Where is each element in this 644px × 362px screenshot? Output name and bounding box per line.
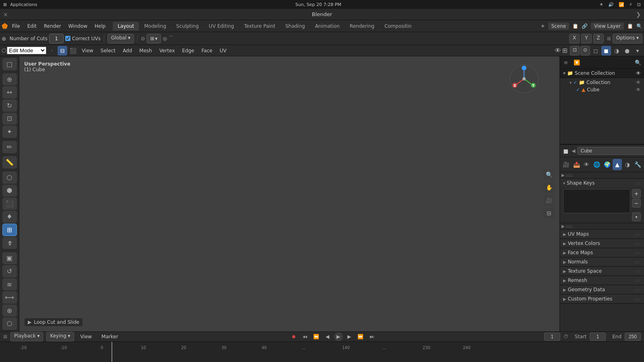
face-mode-btn[interactable]: ⬛ (68, 46, 78, 56)
material-props-icon[interactable]: ◑ (623, 159, 632, 170)
knife-btn[interactable]: 🗡 (2, 237, 17, 249)
z-btn[interactable]: Z (593, 34, 604, 43)
wireframe-btn[interactable]: ◻ (591, 46, 601, 56)
keying-btn[interactable]: Keying ▾ (46, 332, 74, 341)
tab-layout[interactable]: Layout (113, 22, 139, 31)
expand-all-btn-2[interactable]: ▶ ::::: (561, 224, 573, 228)
rotate-btn[interactable]: ↻ (2, 99, 17, 112)
scene-collection-eye[interactable]: 👁 (636, 70, 641, 76)
view-layer-props-icon[interactable]: 👁 (582, 159, 591, 170)
transform-btn[interactable]: ✦ (2, 125, 17, 138)
edge-mode-btn[interactable]: ⊟ (58, 46, 67, 56)
world-props-icon[interactable]: 🌍 (603, 159, 612, 170)
view-label[interactable]: View (78, 47, 96, 54)
jump-start-btn[interactable]: ⏮ (300, 332, 310, 341)
view-timeline-btn[interactable]: View (77, 333, 95, 341)
smooth-btn[interactable]: ≋ (2, 278, 17, 291)
jump-end-btn[interactable]: ⏭ (367, 332, 377, 341)
edge-slide-btn[interactable]: ⟷ (2, 291, 17, 304)
select-label[interactable]: Select (97, 47, 119, 54)
x-btn[interactable]: X (569, 34, 580, 43)
cube-checkbox[interactable]: ✓ (576, 87, 580, 93)
shading-options-btn[interactable]: ▾ (633, 46, 642, 56)
timeline-track[interactable]: -20 -10 0 10 20 30 40 ... 140 ... 230 24… (0, 342, 644, 362)
camera-btn[interactable]: 🎥 (543, 195, 555, 206)
edge-label[interactable]: Edge (179, 47, 197, 54)
collection-eye[interactable]: 👁 (636, 80, 641, 85)
custom-props-header[interactable]: ▶ Custom Properties ::::: (560, 294, 644, 303)
expand-all-btn[interactable]: ▶ ::::: (561, 173, 573, 177)
cube-eye[interactable]: 👁 (636, 87, 641, 93)
add-shape-key-btn[interactable]: + (632, 189, 641, 198)
step-forward-btn[interactable]: ▶ (345, 332, 354, 341)
inset-btn[interactable]: ⬛ (2, 197, 17, 210)
shrink-fatten-btn[interactable]: ⊕ (2, 304, 17, 317)
playback-btn[interactable]: Playback ▾ (10, 332, 43, 341)
tab-animation[interactable]: Animation (310, 22, 345, 31)
object-data-props-icon[interactable]: ▲ (613, 159, 622, 170)
overlay-btn[interactable]: ⊡ (570, 46, 580, 56)
move-btn[interactable]: ↔ (2, 86, 17, 99)
vertex-colors-header[interactable]: ▶ Vertex Colors ::::: (560, 239, 644, 248)
menu-help[interactable]: Help (91, 22, 109, 30)
menu-file[interactable]: File (9, 22, 23, 30)
scene-props-icon[interactable]: 🌐 (592, 159, 601, 170)
cursor-btn[interactable]: ⊕ (2, 73, 17, 86)
start-frame-input[interactable] (590, 333, 606, 341)
viewport[interactable]: User Perspective (1) Cube Z X Y (19, 56, 559, 331)
current-frame-input[interactable] (544, 333, 560, 341)
tab-uv-editing[interactable]: UV Editing (204, 22, 239, 31)
add-cube-btn[interactable]: ⬡ (2, 171, 17, 184)
face-maps-header[interactable]: ▶ Face Maps ::::: (560, 248, 644, 257)
end-frame-input[interactable] (625, 333, 641, 341)
filter-icon[interactable]: 🔽 (572, 57, 582, 68)
pan-btn[interactable]: ✋ (543, 182, 555, 193)
cube-name-field[interactable] (577, 147, 644, 155)
shape-keys-header[interactable]: ▾ Shape Keys ::::: (560, 179, 644, 187)
next-keyframe-btn[interactable]: ⏩ (356, 332, 365, 341)
viewport-shading-icon[interactable]: 👁 (555, 47, 561, 54)
collection-checkbox[interactable]: ✓ (573, 80, 577, 85)
correct-uvs-checkbox[interactable] (65, 36, 70, 41)
tab-rendering[interactable]: Rendering (345, 22, 379, 31)
remove-shape-key-btn[interactable]: − (632, 199, 641, 208)
loop-cut-btn[interactable]: ⊞ (2, 224, 17, 236)
output-props-icon[interactable]: 📤 (572, 159, 581, 170)
mesh-label[interactable]: Mesh (136, 47, 155, 54)
extrude-btn[interactable]: ⬢ (2, 185, 17, 197)
poly-build-btn[interactable]: ▣ (2, 252, 17, 265)
y-btn[interactable]: Y (581, 34, 591, 43)
grid-btn[interactable]: ⊟ (543, 208, 555, 219)
list-view-icon[interactable]: ≡ (561, 57, 571, 68)
edit-mode-select[interactable]: Edit Mode Object Mode (7, 47, 46, 54)
vertex-label[interactable]: Vertex (156, 47, 178, 54)
transform-orientation-btn[interactable]: Global ▾ (107, 34, 134, 43)
annotate-btn[interactable]: ✏ (2, 141, 17, 153)
number-of-cuts-input[interactable] (49, 34, 64, 43)
search-icon[interactable]: 🔍 (636, 23, 642, 29)
marker-btn[interactable]: Marker (98, 333, 121, 341)
menu-render[interactable]: Render (41, 22, 64, 30)
options-btn[interactable]: Options ▾ (613, 34, 642, 43)
play-btn[interactable]: ▶ (334, 332, 343, 341)
cube-item[interactable]: ✓ ▲ Cube 👁 (560, 86, 644, 93)
record-btn[interactable]: ⏺ (289, 332, 299, 341)
menu-window[interactable]: Window (65, 22, 91, 30)
uv-maps-header[interactable]: ▶ UV Maps ::::: (560, 230, 644, 239)
measure-btn[interactable]: 📏 (2, 156, 17, 169)
face-label[interactable]: Face (198, 47, 215, 54)
render-props-icon[interactable]: 🎥 (561, 159, 571, 170)
texture-space-header[interactable]: ▶ Texture Space ::::: (560, 267, 644, 276)
uv-label[interactable]: UV (217, 47, 230, 54)
collection-item[interactable]: ▾ ✓ 📁 Collection 👁 (560, 79, 644, 86)
add-label[interactable]: Add (120, 47, 135, 54)
spin-btn[interactable]: ↺ (2, 265, 17, 278)
solid-btn[interactable]: ◼ (601, 46, 611, 56)
material-btn[interactable]: ◑ (612, 46, 621, 56)
close-button[interactable]: × (3, 11, 8, 18)
snapping-btn[interactable]: ⊞▾ (147, 34, 161, 43)
select-box-btn[interactable]: □ (2, 58, 17, 70)
modifier-props-icon[interactable]: 🔧 (633, 159, 642, 170)
remesh-header[interactable]: ▶ Remesh ::::: (560, 276, 644, 285)
tab-shading[interactable]: Shading (281, 22, 310, 31)
